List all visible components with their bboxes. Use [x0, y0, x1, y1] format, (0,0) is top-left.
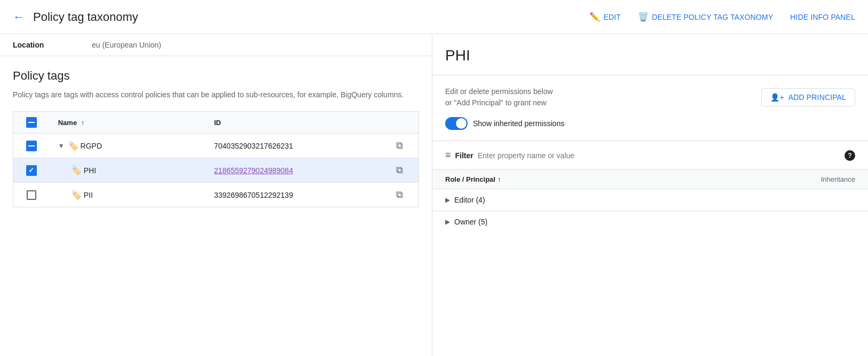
location-value: eu (European Union) — [92, 41, 161, 49]
permissions-desc-line2: or "Add Principal" to grant new — [445, 97, 553, 109]
show-inherited-label: Show inherited permissions — [473, 119, 564, 128]
owner-expand-icon: ▶ — [445, 218, 450, 226]
phi-name-cell: 🏷️ PHI — [50, 158, 206, 183]
main-layout: Location eu (European Union) Policy tags… — [0, 34, 868, 356]
delete-icon: 🗑️ — [638, 12, 649, 22]
list-item[interactable]: ▶ Editor (4) — [432, 189, 868, 211]
editor-expand-icon: ▶ — [445, 196, 450, 204]
header: ← Policy tag taxonomy ✏️ EDIT 🗑️ DELETE … — [0, 0, 868, 34]
filter-icon: ≡ — [445, 150, 451, 161]
rgpd-dropdown-arrow[interactable]: ▼ — [58, 142, 65, 150]
policy-tags-section: Policy tags Policy tags are tags with ac… — [0, 56, 432, 216]
rgpd-copy-cell: ⧉ — [388, 134, 419, 158]
rgpd-id: 7040352903217626231 — [214, 142, 293, 150]
filter-row: ≡ Filter ? — [445, 150, 855, 161]
rgpd-checkbox[interactable] — [26, 141, 37, 151]
edit-button[interactable]: ✏️ EDIT — [589, 12, 621, 22]
permissions-desc-line1: Edit or delete permissions below — [445, 86, 553, 97]
right-panel-title-section: PHI — [432, 34, 868, 75]
back-button[interactable]: ← — [13, 10, 25, 24]
policy-tags-table: Name ↑ ID — [13, 111, 419, 207]
phi-checkbox-cell — [13, 158, 50, 183]
page-title: Policy tag taxonomy — [33, 10, 581, 24]
table-row: 🏷️ PII 3392698670512292139 ⧉ — [13, 183, 419, 207]
rgpd-id-cell: 7040352903217626231 — [206, 134, 388, 158]
phi-checkbox[interactable] — [26, 165, 37, 176]
pii-copy-button[interactable]: ⧉ — [396, 189, 403, 200]
permissions-section: Edit or delete permissions below or "Add… — [432, 75, 868, 141]
filter-section: ≡ Filter ? — [432, 141, 868, 170]
info-section: Location eu (European Union) — [0, 34, 432, 56]
header-id: ID — [206, 112, 388, 134]
delete-button[interactable]: 🗑️ DELETE POLICY TAG TAXONOMY — [638, 12, 773, 22]
table-row: ▼ 🏷️ RGPD 7040352903217626231 ⧉ — [13, 134, 419, 158]
rgpd-copy-button[interactable]: ⧉ — [396, 140, 403, 151]
select-all-checkbox[interactable] — [26, 117, 37, 128]
permissions-description: Edit or delete permissions below or "Add… — [445, 86, 553, 109]
filter-label: Filter — [455, 151, 474, 160]
role-principal-header: Role / Principal ↑ — [445, 175, 821, 183]
owner-role-name: Owner (5) — [454, 218, 855, 226]
phi-name: PHI — [84, 166, 96, 175]
role-sort-icon[interactable]: ↑ — [498, 175, 501, 183]
name-column-label: Name — [58, 119, 77, 127]
rgpd-checkbox-cell — [13, 134, 50, 158]
roles-section: Role / Principal ↑ Inheritance ▶ Editor … — [432, 170, 868, 233]
header-name: Name ↑ — [50, 112, 206, 134]
pii-id: 3392698670512292139 — [214, 191, 293, 199]
policy-tags-title: Policy tags — [13, 69, 419, 83]
left-panel: Location eu (European Union) Policy tags… — [0, 34, 432, 356]
pii-name-cell: 🏷️ PII — [50, 183, 206, 207]
add-principal-label: ADD PRINCIPAL — [788, 93, 846, 102]
add-principal-button[interactable]: 👤+ ADD PRINCIPAL — [761, 88, 855, 106]
back-arrow-icon: ← — [13, 10, 25, 24]
hide-info-panel-button[interactable]: HIDE INFO PANEL — [790, 13, 855, 21]
pii-id-cell: 3392698670512292139 — [206, 183, 388, 207]
phi-tag-icon: 🏷️ — [71, 165, 82, 175]
permissions-top: Edit or delete permissions below or "Add… — [445, 86, 855, 109]
rgpd-name: RGPD — [81, 142, 102, 150]
table-row: 🏷️ PHI 2186559279024989084 ⧉ — [13, 158, 419, 183]
rgpd-name-cell: ▼ 🏷️ RGPD — [50, 134, 206, 158]
pii-copy-cell: ⧉ — [388, 183, 419, 207]
rgpd-tag-icon: 🏷️ — [68, 141, 78, 151]
show-inherited-row: Show inherited permissions — [445, 117, 855, 130]
header-actions: ✏️ EDIT 🗑️ DELETE POLICY TAG TAXONOMY HI… — [589, 12, 855, 22]
right-panel-title: PHI — [445, 47, 855, 64]
pii-name: PII — [84, 191, 93, 199]
show-inherited-toggle[interactable] — [445, 117, 468, 130]
filter-input[interactable] — [478, 151, 840, 160]
list-item[interactable]: ▶ Owner (5) — [432, 211, 868, 233]
location-row: Location eu (European Union) — [13, 41, 419, 49]
policy-tags-description: Policy tags are tags with access control… — [13, 89, 419, 100]
phi-copy-button[interactable]: ⧉ — [396, 165, 403, 176]
edit-label: EDIT — [604, 13, 621, 21]
location-label: Location — [13, 41, 88, 49]
inheritance-header: Inheritance — [821, 175, 855, 183]
add-principal-icon: 👤+ — [770, 93, 784, 102]
pii-checkbox-cell — [13, 183, 50, 207]
delete-label: DELETE POLICY TAG TAXONOMY — [652, 13, 773, 21]
role-principal-label: Role / Principal — [445, 175, 495, 183]
hide-panel-label: HIDE INFO PANEL — [790, 13, 855, 21]
name-sort-icon[interactable]: ↑ — [81, 119, 85, 127]
editor-role-name: Editor (4) — [454, 196, 855, 204]
phi-copy-cell: ⧉ — [388, 158, 419, 183]
pii-checkbox[interactable] — [27, 190, 36, 200]
header-copy — [388, 112, 419, 134]
right-panel: PHI Edit or delete permissions below or … — [432, 34, 868, 356]
help-icon[interactable]: ? — [845, 150, 855, 161]
roles-table-header: Role / Principal ↑ Inheritance — [432, 170, 868, 189]
phi-id-cell: 2186559279024989084 — [206, 158, 388, 183]
header-checkbox-cell — [13, 112, 50, 134]
id-column-label: ID — [214, 119, 221, 127]
edit-icon: ✏️ — [589, 12, 600, 22]
pii-tag-icon: 🏷️ — [71, 190, 82, 200]
table-header-row: Name ↑ ID — [13, 112, 419, 134]
phi-id-link[interactable]: 2186559279024989084 — [214, 166, 293, 175]
